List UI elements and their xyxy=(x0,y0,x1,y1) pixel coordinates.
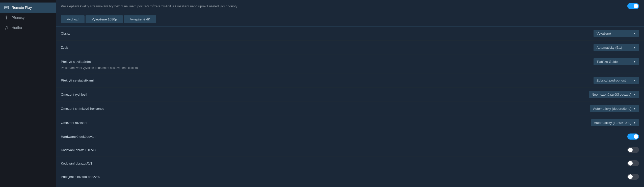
zvuk-dropdown-arrow: ▼ xyxy=(633,46,636,49)
music-icon xyxy=(4,25,9,30)
hw-decode-slider xyxy=(627,133,639,140)
rate-limit-dropdown[interactable]: Neomezená (zvýší odezvu) ▼ xyxy=(589,91,639,98)
setting-overlay-stats: Překrytí se statistikami Zobrazit podrob… xyxy=(56,73,644,88)
sidebar-item-label: Hudba xyxy=(12,26,22,30)
overlay-controls-value: Tlačítko Guide xyxy=(597,60,618,64)
low-latency-label: Připojení s nízkou odezvou xyxy=(61,175,100,179)
setting-zvuk: Zvuk Automaticky (5.1) ▼ xyxy=(56,41,644,55)
quality-4k-button[interactable]: Vylepšené 4K xyxy=(124,15,156,23)
svg-point-6 xyxy=(6,17,7,18)
sidebar-item-label: Remote Play xyxy=(12,6,32,10)
setting-hw-decode: Hardwarové dekódování xyxy=(56,130,644,143)
overlay-controls-arrow: ▼ xyxy=(633,60,636,63)
sidebar-item-label: Přenosy xyxy=(12,16,24,20)
hevc-label: Kódování obrazu HEVC xyxy=(61,148,96,152)
sidebar-item-remote-play[interactable]: Remote Play xyxy=(0,3,56,13)
res-limit-value: Automaticky (1920×1080) xyxy=(594,121,632,125)
enable-section: Pro zlepšení kvality streamování hry běž… xyxy=(56,0,644,12)
main-content: Pro zlepšení kvality streamování hry běž… xyxy=(56,0,644,187)
overlay-stats-arrow: ▼ xyxy=(633,79,636,82)
broadcast-icon xyxy=(4,15,9,20)
remote-play-icon xyxy=(4,5,9,10)
obraz-dropdown-arrow: ▼ xyxy=(633,32,636,35)
quality-row: Výchozí Vylepšené 1080p Vylepšené 4K xyxy=(56,12,644,26)
svg-rect-3 xyxy=(7,7,7,8)
svg-point-4 xyxy=(7,7,8,8)
zvuk-dropdown[interactable]: Automaticky (5.1) ▼ xyxy=(594,44,639,51)
setting-hevc: Kódování obrazu HEVC xyxy=(56,143,644,157)
enable-toggle[interactable] xyxy=(627,3,639,9)
overlay-stats-label: Překrytí se statistikami xyxy=(61,78,94,82)
hw-decode-toggle[interactable] xyxy=(627,133,639,140)
zvuk-dropdown-value: Automaticky (5.1) xyxy=(597,46,622,49)
sidebar-item-prenosy[interactable]: Přenosy xyxy=(0,13,56,23)
sidebar-item-hudba[interactable]: Hudba xyxy=(0,23,56,33)
setting-overlay-controls: Překrytí s ovládáním Tlačítko Guide ▼ Př… xyxy=(56,55,644,73)
hw-decode-label: Hardwarové dekódování xyxy=(61,135,96,139)
obraz-dropdown-value: Vyvážené xyxy=(597,32,611,35)
fps-limit-arrow: ▼ xyxy=(633,107,636,110)
quality-default-button[interactable]: Výchozí xyxy=(61,15,85,23)
help-row: Potřebujete pomoc s funkcí Remote Play? … xyxy=(56,183,644,187)
obraz-dropdown[interactable]: Vyvážené ▼ xyxy=(594,30,639,37)
rate-limit-value: Neomezená (zvýší odezvu) xyxy=(592,93,632,96)
overlay-controls-dropdown[interactable]: Tlačítko Guide ▼ xyxy=(594,58,639,65)
setting-obraz: Obraz Vyvážené ▼ xyxy=(56,26,644,41)
rate-limit-arrow: ▼ xyxy=(633,93,636,96)
fps-limit-label: Omezení snímkové frekvence xyxy=(61,107,104,111)
hevc-toggle[interactable] xyxy=(627,147,639,153)
svg-point-1 xyxy=(5,7,6,8)
setting-fps-limit: Omezení snímkové frekvence Automaticky (… xyxy=(56,102,644,116)
fps-limit-value: Automaticky (doporučeno) xyxy=(593,107,631,111)
overlay-controls-label: Překrytí s ovládáním xyxy=(61,60,91,64)
av1-toggle[interactable] xyxy=(627,160,639,166)
rate-limit-label: Omezení rychlosti xyxy=(61,93,87,96)
res-limit-dropdown[interactable]: Automaticky (1920×1080) ▼ xyxy=(591,119,639,126)
obraz-label: Obraz xyxy=(61,32,70,35)
res-limit-label: Omezení rozlišení xyxy=(61,121,87,125)
svg-point-5 xyxy=(7,8,8,8)
zvuk-label: Zvuk xyxy=(61,46,68,49)
setting-low-latency: Připojení s nízkou odezvou xyxy=(56,170,644,183)
low-latency-toggle[interactable] xyxy=(627,174,639,180)
av1-label: Kódování obrazu AV1 xyxy=(61,162,92,165)
enable-toggle-slider xyxy=(627,3,639,9)
low-latency-slider xyxy=(627,174,639,180)
av1-slider xyxy=(627,160,639,166)
svg-line-13 xyxy=(6,26,8,26)
hevc-slider xyxy=(627,147,639,153)
overlay-stats-value: Zobrazit podrobnosti xyxy=(597,78,627,82)
fps-limit-dropdown[interactable]: Automaticky (doporučeno) ▼ xyxy=(590,105,639,112)
setting-rate-limit: Omezení rychlosti Neomezená (zvýší odezv… xyxy=(56,88,644,102)
overlay-controls-desc: Při streamování vyvoláte podržením nasta… xyxy=(61,66,139,70)
enable-description: Pro zlepšení kvality streamování hry běž… xyxy=(61,4,627,8)
sidebar: Remote Play Přenosy Hudba xyxy=(0,0,56,187)
setting-res-limit: Omezení rozlišení Automaticky (1920×1080… xyxy=(56,116,644,130)
overlay-stats-dropdown[interactable]: Zobrazit podrobnosti ▼ xyxy=(594,77,639,84)
quality-1080p-button[interactable]: Vylepšené 1080p xyxy=(86,15,123,23)
setting-av1: Kódování obrazu AV1 xyxy=(56,157,644,170)
res-limit-arrow: ▼ xyxy=(633,121,636,124)
